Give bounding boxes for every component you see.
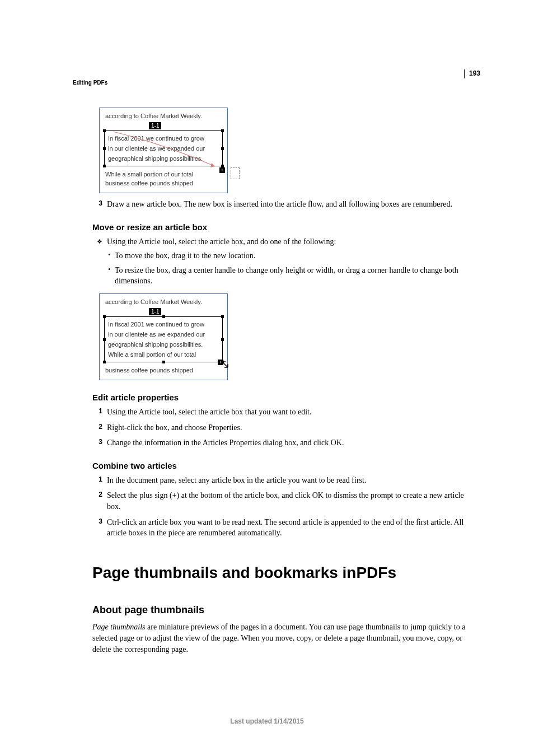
pending-article-box-icon xyxy=(231,167,240,179)
handle-icon xyxy=(221,147,224,150)
handle-icon xyxy=(221,338,224,341)
handle-icon xyxy=(103,147,106,150)
step-number: 3 xyxy=(92,437,102,449)
handle-icon xyxy=(103,361,106,363)
italic-term: Page thumbnails xyxy=(92,623,146,631)
handle-icon xyxy=(103,315,106,318)
fig2-bottom-line1: business coffee pounds shipped xyxy=(105,366,222,375)
step-row: 3 Change the information in the Articles… xyxy=(92,437,479,449)
para-text: are miniature previews of the pages in a… xyxy=(92,623,465,654)
sub-bullet-text: To resize the box, drag a center handle … xyxy=(115,265,479,287)
step-row: 2 Select the plus sign (+) at the bottom… xyxy=(92,490,479,512)
sub-bullet-row: • To move the box, drag it to the new lo… xyxy=(108,250,479,262)
heading-combine-articles: Combine two articles xyxy=(92,461,479,470)
heading-about-page-thumbnails: About page thumbnails xyxy=(92,604,479,616)
resize-cursor-icon xyxy=(221,361,230,370)
sub-bullet-row: • To resize the box, drag a center handl… xyxy=(108,265,479,287)
fig2-line2: in our clientele as we expanded our xyxy=(108,329,219,339)
fig2-bottom: business coffee pounds shipped xyxy=(100,363,227,377)
step-number: 2 xyxy=(92,422,102,433)
bullet-row: ❖ Using the Article tool, select the art… xyxy=(92,236,479,248)
fig1-line2: in our clientele as we expanded our xyxy=(108,143,219,153)
step-row: 3 Ctrl-click an article box you want to … xyxy=(92,517,479,539)
step-text: Right-click the box, and choose Properti… xyxy=(107,422,242,433)
step-row: 1 In the document pane, select any artic… xyxy=(92,475,479,486)
step-number: 1 xyxy=(92,475,102,486)
article-box-selected: In fiscal 2001 we continued to grow in o… xyxy=(104,130,223,166)
step-number: 3 xyxy=(92,517,102,539)
step-row: 3 Draw a new article box. The new box is… xyxy=(92,199,479,210)
breadcrumb: Editing PDFs xyxy=(73,80,107,86)
diamond-bullet-icon: ❖ xyxy=(92,236,102,248)
step-text: Select the plus sign (+) at the bottom o… xyxy=(107,490,479,512)
main-content: according to Coffee Market Weekly. 1-1 I… xyxy=(92,108,479,661)
step-row: 2 Right-click the box, and choose Proper… xyxy=(92,422,479,433)
article-box-tag: 1-1 xyxy=(149,122,161,129)
handle-icon xyxy=(221,129,224,132)
sub-bullet-text: To move the box, drag it to the new loca… xyxy=(115,250,255,262)
step-text: In the document pane, select any article… xyxy=(107,475,366,486)
fig1-bottom: While a small portion of our total busin… xyxy=(100,167,227,190)
step-text: Using the Article tool, select the artic… xyxy=(107,407,311,418)
fig2-line1: In fiscal 2001 we continued to grow xyxy=(108,319,219,329)
heading-page-thumbnails-bookmarks: Page thumbnails and bookmarks inPDFs xyxy=(92,564,479,582)
bullet-text: Using the Article tool, select the artic… xyxy=(107,236,336,248)
dot-bullet-icon: • xyxy=(108,265,115,287)
fig1-line1: In fiscal 2001 we continued to grow xyxy=(108,133,219,143)
footer-last-updated: Last updated 1/14/2015 xyxy=(0,717,534,725)
step-row: 1 Using the Article tool, select the art… xyxy=(92,407,479,418)
handle-icon xyxy=(162,315,165,318)
plus-icon: + xyxy=(219,167,225,173)
fig1-top-text: according to Coffee Market Weekly. xyxy=(100,111,227,122)
fig1-bottom-line1: While a small portion of our total xyxy=(105,170,222,179)
fig1-line3: geographical shipping possibilities. xyxy=(108,153,219,164)
fig2-line4: While a small portion of our total xyxy=(108,349,219,360)
dot-bullet-icon: • xyxy=(108,250,115,262)
step-number: 1 xyxy=(92,407,102,418)
fig2-line3: geographical shipping possibilities. xyxy=(108,339,219,349)
heading-move-resize: Move or resize an article box xyxy=(92,222,479,232)
article-box-tag: 1-1 xyxy=(149,308,161,315)
step-text: Ctrl-click an article box you want to be… xyxy=(107,517,479,539)
fig1-bottom-line2: business coffee pounds shipped xyxy=(105,179,222,188)
page-number: 193 xyxy=(464,69,480,78)
handle-icon xyxy=(103,129,106,132)
step-number: 2 xyxy=(92,490,102,512)
step-number: 3 xyxy=(92,199,102,210)
handle-icon xyxy=(221,315,224,318)
figure-article-resize: according to Coffee Market Weekly. 1-1 I… xyxy=(99,293,228,380)
fig2-top-text: according to Coffee Market Weekly. xyxy=(100,297,227,308)
handle-icon xyxy=(103,338,106,341)
figure-article-insert: according to Coffee Market Weekly. 1-1 I… xyxy=(99,108,228,193)
step-text: Draw a new article box. The new box is i… xyxy=(107,199,452,210)
heading-edit-properties: Edit article properties xyxy=(92,393,479,402)
article-box-selected: In fiscal 2001 we continued to grow in o… xyxy=(104,316,223,362)
step-text: Change the information in the Articles P… xyxy=(107,437,344,449)
handle-icon xyxy=(162,361,165,363)
body-paragraph: Page thumbnails are miniature previews o… xyxy=(92,622,479,656)
